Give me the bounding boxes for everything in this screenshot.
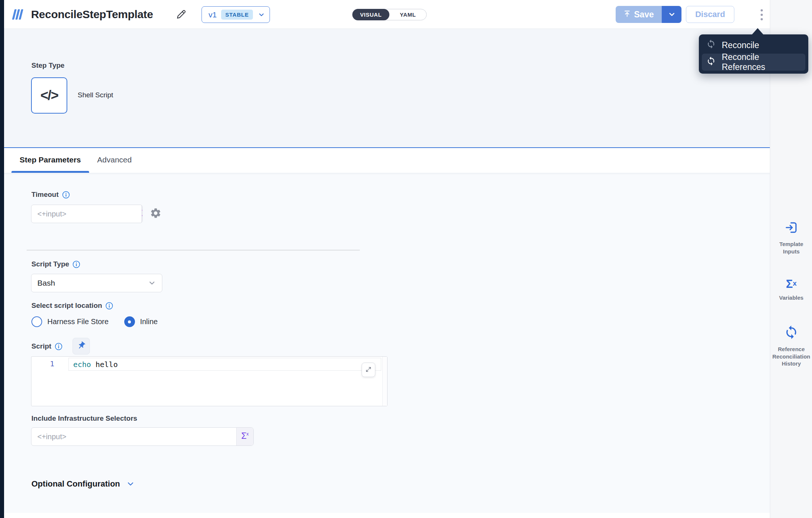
chevron-down-icon — [148, 279, 156, 287]
script-type-label-row: Script Type — [31, 260, 80, 268]
gear-icon — [150, 215, 162, 220]
version-label: v1 — [209, 10, 217, 19]
step-type-value: Shell Script — [78, 91, 113, 99]
step-parameters-panel: Timeout Σx Script Type Bash Select — [4, 173, 770, 513]
rail-item-variables[interactable]: Σx Variables — [770, 278, 812, 302]
toggle-yaml[interactable]: YAML — [389, 9, 426, 20]
form-divider — [27, 250, 360, 250]
sync-icon — [706, 39, 716, 51]
template-library-icon — [11, 9, 24, 20]
code-keyword: echo — [73, 360, 91, 369]
menu-item-reconcile[interactable]: Reconcile — [702, 37, 805, 54]
variables-sigma-icon: Σx — [786, 278, 796, 290]
expand-icon — [365, 366, 372, 374]
script-type-select[interactable]: Bash — [31, 274, 162, 292]
sync-icon — [706, 56, 716, 68]
editor-line-number: 1 — [46, 359, 54, 368]
rail-item-reconciliation-history[interactable]: Reference Reconciliation History — [770, 325, 812, 367]
pencil-icon — [176, 16, 187, 21]
template-studio-page: ReconcileStepTemplate v1 STABLE VISUAL Y… — [0, 0, 812, 518]
infra-selectors-label: Include Infrastructure Selectors — [31, 414, 137, 423]
info-icon[interactable] — [72, 260, 80, 268]
radio-label: Harness File Store — [47, 317, 109, 326]
editor-active-line[interactable]: echo hello — [68, 358, 381, 371]
script-code-editor[interactable]: 1 echo hello — [31, 356, 388, 406]
rail-item-template-inputs[interactable]: Template Inputs — [770, 221, 812, 255]
template-inputs-icon — [784, 221, 799, 236]
upload-arrow-icon — [623, 10, 631, 20]
version-selector[interactable]: v1 STABLE — [202, 6, 270, 23]
script-location-radio-group: Harness File Store Inline — [31, 316, 158, 327]
chevron-down-icon — [126, 480, 135, 488]
expression-sigma-button[interactable]: Σx — [236, 428, 253, 445]
chevron-down-icon — [258, 11, 265, 18]
more-options-kebab-button[interactable] — [755, 7, 768, 23]
optional-configuration-toggle[interactable]: Optional Configuration — [31, 479, 135, 489]
infra-selectors-input[interactable] — [31, 428, 236, 445]
save-options-caret[interactable] — [662, 6, 681, 23]
header: ReconcileStepTemplate v1 STABLE VISUAL Y… — [4, 0, 770, 29]
reconcile-history-icon — [784, 325, 799, 341]
timeout-input[interactable] — [31, 205, 141, 223]
left-nav-strip — [0, 0, 4, 518]
discard-button[interactable]: Discard — [686, 6, 734, 23]
step-type-section: Step Type </> Shell Script — [4, 29, 770, 147]
editor-scrollbar[interactable] — [382, 357, 387, 406]
kebab-popover-menu: Reconcile Reconcile References — [699, 34, 808, 74]
code-icon: </> — [40, 88, 58, 103]
right-utility-rail: Template Inputs Σx Variables Reference R… — [770, 0, 812, 518]
script-label-row: Script — [31, 342, 62, 350]
radio-harness-file-store[interactable] — [31, 316, 42, 327]
script-type-value: Bash — [37, 279, 55, 287]
edit-title-button[interactable] — [174, 8, 188, 22]
timeout-settings-button[interactable] — [150, 207, 162, 220]
info-icon[interactable] — [62, 191, 70, 199]
visual-yaml-toggle: VISUAL YAML — [352, 9, 427, 20]
tab-advanced[interactable]: Advanced — [89, 148, 140, 173]
info-icon[interactable] — [55, 343, 62, 350]
info-icon[interactable] — [105, 302, 113, 310]
tab-bar: Step Parameters Advanced — [4, 148, 770, 173]
pushpin-icon — [77, 341, 86, 351]
timeout-field: Σx — [31, 205, 143, 223]
script-location-label-row: Select script location — [31, 302, 113, 310]
version-badge: STABLE — [221, 10, 253, 20]
infra-selectors-field: Σx — [31, 427, 254, 446]
step-type-card[interactable]: </> — [31, 77, 67, 114]
timeout-label-row: Timeout — [31, 191, 70, 199]
tab-step-parameters[interactable]: Step Parameters — [11, 148, 89, 173]
toggle-visual[interactable]: VISUAL — [352, 9, 389, 20]
menu-pointer-arrow — [752, 28, 764, 35]
radio-label: Inline — [140, 317, 158, 326]
radio-inline[interactable] — [124, 316, 135, 327]
save-split-button: Save — [616, 6, 681, 23]
editor-fullscreen-button[interactable] — [362, 363, 375, 377]
pin-script-button[interactable] — [72, 338, 90, 354]
chevron-down-icon — [668, 10, 676, 18]
save-button[interactable]: Save — [616, 6, 662, 23]
page-title: ReconcileStepTemplate — [31, 0, 153, 29]
step-type-label: Step Type — [31, 61, 64, 70]
menu-item-reconcile-references[interactable]: Reconcile References — [702, 54, 805, 71]
expression-sigma-button[interactable]: Σx — [141, 205, 143, 223]
code-argument: hello — [95, 360, 118, 369]
